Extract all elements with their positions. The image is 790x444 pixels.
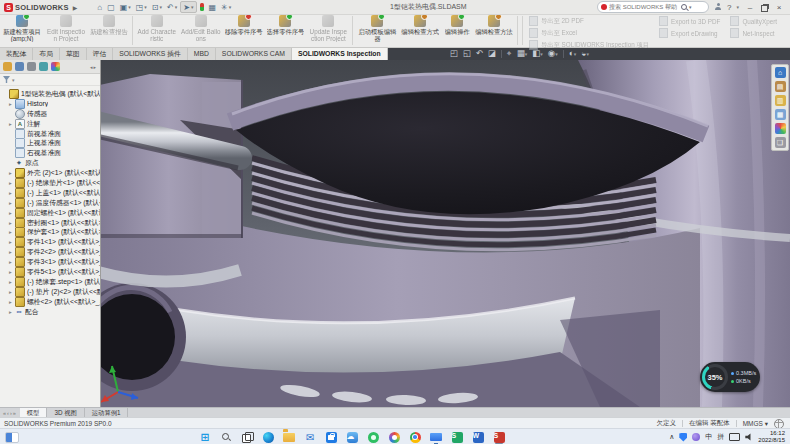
display-settings-button[interactable]: ▦	[207, 1, 219, 13]
edit-operations-button[interactable]: 编辑操作	[441, 14, 473, 47]
tree-item[interactable]: ▸(-) 上盖<1> (默认<<默认>_显示状	[0, 188, 100, 198]
zoom-fit-icon[interactable]: ◰	[450, 47, 458, 60]
network-icon[interactable]	[729, 433, 740, 441]
ime-mode-indicator[interactable]: 拼	[717, 432, 724, 442]
restore-button[interactable]	[761, 4, 768, 11]
tree-item[interactable]: ▸零件1<1> (默认<<默认>_显示状态	[0, 237, 100, 247]
expand-arrow-icon[interactable]: ▸	[8, 299, 13, 305]
start-button[interactable]: ⊞	[199, 431, 211, 443]
search-button[interactable]	[220, 431, 232, 443]
tab-布局[interactable]: 布局	[33, 47, 60, 60]
tree-root-item[interactable]: 1型铠装热电偶 (默认<默认_显示状态-1	[0, 89, 100, 99]
expand-arrow-icon[interactable]: ▸	[8, 190, 13, 196]
help-button[interactable]: ?	[727, 3, 731, 12]
select-button[interactable]: ➤▾	[180, 1, 196, 13]
expand-arrow-icon[interactable]: ▸	[8, 279, 13, 285]
section-view-icon[interactable]: ◪	[488, 47, 496, 60]
volume-icon[interactable]	[745, 433, 753, 441]
tab-mbd[interactable]: MBD	[188, 47, 216, 60]
tree-item[interactable]: ▸(-) 绝缘套.step<1> (默认<<默认>	[0, 277, 100, 287]
tree-filter-row[interactable]: ▾	[0, 74, 100, 86]
tree-item[interactable]: ▸零件5<1> (默认<<默认>_显示状态	[0, 267, 100, 277]
tree-item[interactable]: 右视基准面	[0, 148, 100, 158]
tab-solidworks-cam[interactable]: SOLIDWORKS CAM	[216, 47, 292, 60]
tab-装配体[interactable]: 装配体	[0, 47, 33, 60]
tree-item[interactable]: ▸密封圈<1> (默认<<默认>_显示状	[0, 218, 100, 228]
help-dropdown-icon[interactable]: ▾	[736, 4, 739, 10]
tab-solidworks-插件[interactable]: SOLIDWORKS 插件	[113, 47, 188, 60]
word-app-icon[interactable]: W	[472, 431, 484, 443]
zoom-area-icon[interactable]: ◱	[463, 47, 471, 60]
expand-arrow-icon[interactable]: ▸	[8, 269, 13, 275]
expand-arrow-icon[interactable]: ▸	[8, 121, 13, 127]
edge-browser-icon[interactable]	[262, 431, 274, 443]
tree-item[interactable]: ⌖原点	[0, 158, 100, 168]
minimize-button[interactable]: –	[744, 3, 756, 12]
tree-item[interactable]: ▸(-) 垫片 (2)<2> (默认<<默认>_显	[0, 287, 100, 297]
new-document-button[interactable]: ▢	[105, 1, 117, 13]
remove-balloons-button[interactable]: 移除零件序号	[223, 14, 265, 47]
task-view-button[interactable]	[241, 431, 253, 443]
tree-item[interactable]: ▸(-) 绝缘垫片<1> (默认<<默认>_显	[0, 178, 100, 188]
tree-item[interactable]: 前视基准面	[0, 129, 100, 139]
taskbar-clock[interactable]: 16:12 2022/8/15	[758, 430, 785, 444]
tree-item[interactable]: ▸(-) 温度传感器<1> (默认<<默认>_	[0, 198, 100, 208]
previous-view-icon[interactable]: ↶	[476, 47, 483, 60]
dynamic-annotation-icon[interactable]: ⌖	[507, 47, 512, 60]
open-button[interactable]: ▣▾	[118, 1, 133, 13]
rebuild-button[interactable]	[198, 1, 206, 13]
chrome-icon[interactable]	[409, 431, 421, 443]
custom-properties-icon[interactable]: ❏	[775, 137, 786, 148]
configuration-manager-tab[interactable]	[27, 62, 36, 71]
expand-arrow-icon[interactable]: ▸	[8, 220, 13, 226]
tree-item[interactable]: ▸零件3<1> (默认<<默认>_显示状态	[0, 257, 100, 267]
store-icon[interactable]	[325, 431, 337, 443]
tray-app-icon[interactable]	[692, 433, 700, 441]
edit-inspection-method-button[interactable]: 编辑检查方法	[473, 14, 515, 47]
panel-tab-arrows[interactable]: ◂▸	[90, 64, 97, 70]
view-orientation-icon[interactable]: ▦▾	[517, 47, 528, 61]
search-dropdown-icon[interactable]: ▾	[689, 4, 692, 10]
expand-arrow-icon[interactable]: ▸	[8, 210, 13, 216]
ime-language-indicator[interactable]: 中	[705, 432, 712, 442]
edit-inspection-methods-button[interactable]: 编辑检查方式	[399, 14, 441, 47]
tree-item[interactable]: ▸外壳 (2)<1> (默认<<默认>_显示状	[0, 168, 100, 178]
expand-arrow-icon[interactable]: ▸	[8, 229, 13, 235]
expand-arrow-icon[interactable]: ▸	[8, 200, 13, 206]
solidworks-taskbar-icon[interactable]: S	[493, 431, 505, 443]
tray-expand-icon[interactable]: ∧	[669, 433, 674, 441]
green-app-icon[interactable]	[367, 431, 379, 443]
search-input[interactable]	[609, 3, 679, 11]
wps-app-icon[interactable]: S	[451, 431, 463, 443]
language-globe-icon[interactable]	[774, 419, 784, 429]
dimxpert-manager-tab[interactable]	[39, 62, 48, 71]
tree-item[interactable]: ▸零件2<2> (默认<<默认>_显示状态	[0, 247, 100, 257]
file-explorer-taskbar-icon[interactable]	[283, 431, 295, 443]
undo-button[interactable]: ↶▾	[165, 1, 179, 13]
user-account-icon[interactable]	[714, 3, 722, 11]
remote-monitor-app-icon[interactable]	[430, 431, 442, 443]
expand-arrow-icon[interactable]: ▸	[8, 259, 13, 265]
expand-arrow-icon[interactable]: ▸	[8, 289, 13, 295]
viewport-3d-model[interactable]	[0, 60, 790, 407]
units-selector[interactable]: MMGS ▾	[743, 420, 768, 428]
select-balloons-button[interactable]: 选择零件序号	[265, 14, 307, 47]
expand-arrow-icon[interactable]: ▸	[8, 101, 13, 107]
close-button[interactable]: ×	[773, 3, 785, 12]
design-library-icon[interactable]: ▤	[775, 81, 786, 92]
property-manager-tab[interactable]	[15, 62, 24, 71]
defender-shield-icon[interactable]	[679, 433, 687, 442]
display-manager-tab[interactable]	[51, 62, 60, 71]
resources-icon[interactable]: ⌂	[775, 67, 786, 78]
tab-solidworks-inspection[interactable]: SOLIDWORKS Inspection	[292, 47, 388, 60]
tree-item[interactable]: ▸∞配合	[0, 307, 100, 317]
feature-manager-tab[interactable]	[3, 62, 12, 71]
browser-360-icon[interactable]	[388, 431, 400, 443]
new-inspection-project-button[interactable]: 新建检查项目 (amp;N)	[0, 14, 44, 47]
tree-item[interactable]: ▸固定螺栓<1> (默认<<默认>_显示	[0, 208, 100, 218]
save-button[interactable]: ◳▾	[134, 1, 149, 13]
help-search-box[interactable]: ▾	[597, 1, 709, 13]
tree-item[interactable]: 上视基准面	[0, 138, 100, 148]
search-icon[interactable]	[681, 4, 687, 10]
tree-item[interactable]: 传感器	[0, 109, 100, 119]
